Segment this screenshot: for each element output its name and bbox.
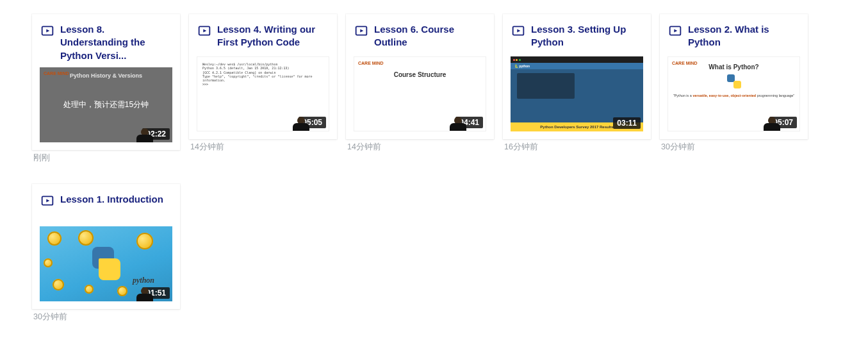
upload-time: 30分钟前 — [661, 142, 808, 153]
coin-icon — [136, 233, 153, 249]
video-icon — [355, 24, 368, 40]
card-title: Lesson 1. Introduction — [60, 193, 163, 206]
card-title: Lesson 8. Understanding the Python Versi… — [60, 23, 171, 62]
svg-marker-1 — [46, 29, 49, 33]
coin-icon — [117, 286, 127, 296]
thumb-slide-title: Course Structure — [394, 71, 446, 78]
video-icon — [198, 24, 211, 40]
card-title: Lesson 6. Course Outline — [374, 23, 485, 49]
card-title: Lesson 4. Writing our First Python Code — [217, 23, 328, 49]
card-header: Lesson 4. Writing our First Python Code — [189, 14, 337, 56]
python-logo-icon — [727, 74, 741, 88]
video-card[interactable]: Lesson 6. Course Outline CARE MIND Cours… — [346, 14, 494, 139]
card-header: Lesson 6. Course Outline — [346, 14, 494, 56]
video-thumbnail[interactable]: CARE MIND Python History & Versions 处理中，… — [40, 67, 172, 142]
thumb-slide-title: Python History & Versions — [40, 72, 172, 79]
thumb-terminal-text: Wesley:~/dev wes$ /usr/local/bin/python … — [202, 62, 323, 87]
video-card[interactable]: Lesson 1. Introduction python 01:51 — [32, 184, 180, 309]
browser-chrome — [511, 56, 643, 63]
card-title: Lesson 3. Setting Up Python — [531, 23, 642, 49]
processing-text: 处理中，预计还需15分钟 — [63, 99, 149, 110]
video-thumbnail[interactable]: Wesley:~/dev wes$ /usr/local/bin/python … — [197, 56, 329, 131]
coin-icon — [85, 285, 94, 294]
video-card[interactable]: Lesson 4. Writing our First Python Code … — [189, 14, 337, 139]
coin-icon — [78, 230, 94, 246]
speaker-silhouette — [135, 287, 154, 301]
video-grid: Lesson 8. Understanding the Python Versi… — [0, 0, 868, 348]
svg-marker-9 — [674, 29, 677, 33]
svg-marker-5 — [360, 29, 363, 33]
video-icon — [41, 24, 54, 40]
video-card[interactable]: Lesson 3. Setting Up Python 🐍 python Pyt… — [503, 14, 651, 139]
thumb-slide-title: What is Python? — [708, 63, 758, 71]
video-thumbnail[interactable]: 🐍 python Python Developers Survey 2017 R… — [511, 56, 643, 131]
card-header: Lesson 3. Setting Up Python — [503, 14, 651, 56]
video-icon — [41, 194, 54, 210]
python-site-nav: 🐍 python — [511, 63, 643, 69]
upload-time: 14分钟前 — [347, 142, 494, 153]
thumb-slide-desc: "Python is a versatile, easy-to-use, obj… — [673, 94, 794, 97]
speaker-silhouette — [448, 117, 468, 131]
coin-icon — [47, 231, 61, 246]
video-icon — [669, 24, 682, 40]
thumb-brand-logo: CARE MIND — [672, 61, 698, 65]
video-card[interactable]: Lesson 8. Understanding the Python Versi… — [32, 14, 180, 150]
python-logo-icon — [87, 244, 126, 283]
card-header: Lesson 2. What is Python — [660, 14, 808, 56]
video-thumbnail[interactable]: python 01:51 — [40, 226, 172, 301]
video-icon — [512, 24, 525, 40]
video-card[interactable]: Lesson 2. What is Python CARE MIND What … — [660, 14, 808, 139]
speaker-silhouette — [291, 117, 311, 131]
card-header: Lesson 1. Introduction — [32, 184, 180, 226]
upload-time: 刚刚 — [33, 153, 180, 163]
coin-icon — [44, 258, 53, 267]
video-thumbnail[interactable]: CARE MIND Course Structure 04:41 — [354, 56, 486, 131]
upload-time: 30分钟前 — [33, 312, 180, 323]
coin-icon — [53, 279, 64, 290]
duration-badge: 03:11 — [613, 117, 641, 129]
upload-time: 16分钟前 — [504, 142, 651, 153]
svg-marker-3 — [203, 29, 206, 33]
python-logo-text: python — [133, 276, 154, 285]
card-header: Lesson 8. Understanding the Python Versi… — [32, 14, 180, 67]
speaker-silhouette — [762, 117, 782, 131]
video-thumbnail[interactable]: CARE MIND What is Python? "Python is a v… — [667, 56, 800, 131]
thumb-brand-logo: CARE MIND — [358, 61, 384, 65]
svg-marker-11 — [46, 199, 49, 202]
card-title: Lesson 2. What is Python — [688, 23, 799, 49]
speaker-silhouette — [135, 128, 154, 142]
upload-time: 14分钟前 — [190, 142, 337, 153]
svg-marker-7 — [517, 29, 520, 33]
